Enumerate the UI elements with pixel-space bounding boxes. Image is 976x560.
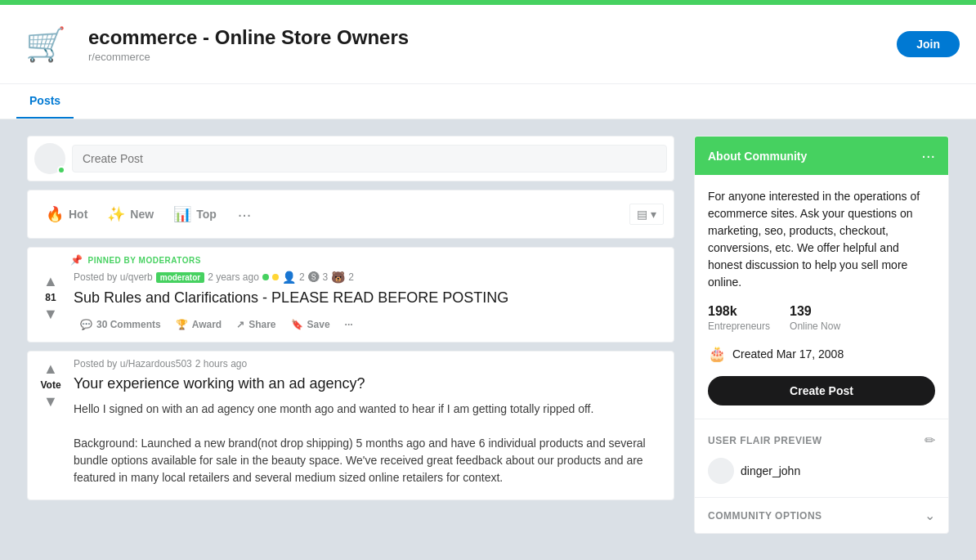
pinned-post-card: 📌 PINNED BY MODERATORS ▲ 81 ▼ Posted by … xyxy=(27,247,674,343)
user-flair-header: USER FLAIR PREVIEW ✏ xyxy=(708,432,935,448)
subreddit-name: r/ecommerce xyxy=(88,51,884,63)
community-options-title: COMMUNITY OPTIONS xyxy=(708,510,822,522)
flair-count-3: 2 xyxy=(348,271,354,283)
flair-count-2: 3 xyxy=(323,271,329,283)
new-icon: ✨ xyxy=(107,205,125,223)
user-flair-section: USER FLAIR PREVIEW ✏ dinger_john xyxy=(695,419,948,497)
post-inner-2: ▲ Vote ▼ Posted by u/Hazardous503 2 hour… xyxy=(34,358,667,492)
entrepreneurs-label: Entrepreneurs xyxy=(708,320,770,332)
create-post-box xyxy=(27,136,674,181)
flair-emoji-1: 👤 xyxy=(282,271,296,284)
chevron-down-icon: ⌄ xyxy=(925,508,935,523)
more-icon: ··· xyxy=(345,319,353,330)
upvote-button-2[interactable]: ▲ xyxy=(43,361,58,376)
top-icon: 📊 xyxy=(173,205,191,223)
flair-emoji-3: 🐻 xyxy=(331,271,345,284)
community-options[interactable]: COMMUNITY OPTIONS ⌄ xyxy=(695,497,948,533)
post-title[interactable]: Sub Rules and Clarifications - PLEASE RE… xyxy=(74,289,667,307)
about-description: For anyone interested in the operations … xyxy=(708,188,935,291)
create-post-input[interactable] xyxy=(72,145,667,172)
about-title: About Community xyxy=(708,150,807,163)
created-date: Created Mar 17, 2008 xyxy=(732,347,844,361)
sort-new-button[interactable]: ✨ New xyxy=(99,199,162,230)
share-button[interactable]: ↗ Share xyxy=(230,314,282,335)
upvote-button[interactable]: ▲ xyxy=(43,274,58,289)
flair-count-1: 2 xyxy=(299,271,305,283)
vote-column-2: ▲ Vote ▼ xyxy=(34,358,67,492)
stats-row: 198k Entrepreneurs 139 Online Now xyxy=(708,304,935,332)
about-header: About Community ··· xyxy=(695,137,948,175)
comment-icon: 💬 xyxy=(80,319,92,330)
moderator-tag: moderator xyxy=(156,272,204,283)
hot-icon: 🔥 xyxy=(46,205,64,223)
chevron-down-icon: ▾ xyxy=(651,208,656,221)
post-actions: 💬 30 Comments 🏆 Award ↗ Share 🔖 xyxy=(74,314,667,335)
flair-emoji-2: 🅢 xyxy=(308,271,320,284)
downvote-button[interactable]: ▼ xyxy=(43,307,58,321)
regular-post-card: ▲ Vote ▼ Posted by u/Hazardous503 2 hour… xyxy=(27,351,674,500)
user-avatar-small xyxy=(708,458,734,484)
about-community-card: About Community ··· For anyone intereste… xyxy=(694,136,949,534)
post-meta-2: Posted by u/Hazardous503 2 hours ago xyxy=(74,358,667,370)
post-content: Posted by u/qverb moderator 2 years ago … xyxy=(74,271,667,335)
header-info: ecommerce - Online Store Owners r/ecomme… xyxy=(88,26,884,63)
post-title-2[interactable]: Your experience working with an ad agenc… xyxy=(74,374,667,393)
sort-more-button[interactable]: ··· xyxy=(231,202,258,227)
status-dot-yellow xyxy=(272,274,279,280)
join-button[interactable]: Join xyxy=(897,31,960,57)
sidebar: About Community ··· For anyone intereste… xyxy=(694,136,949,534)
vote-text: Vote xyxy=(40,379,60,391)
created-row: 🎂 Created Mar 17, 2008 xyxy=(708,345,935,363)
sort-bar: 🔥 Hot ✨ New 📊 Top ··· ▤ ▾ xyxy=(27,190,674,239)
award-button[interactable]: 🏆 Award xyxy=(169,314,228,335)
sort-top-button[interactable]: 📊 Top xyxy=(165,199,225,230)
about-body: For anyone interested in the operations … xyxy=(695,175,948,419)
save-icon: 🔖 xyxy=(291,319,303,330)
tab-posts[interactable]: Posts xyxy=(16,84,74,119)
pinned-badge: 📌 PINNED BY MODERATORS xyxy=(34,254,667,266)
about-more-button[interactable]: ··· xyxy=(921,146,935,165)
edit-flair-icon[interactable]: ✏ xyxy=(925,432,935,448)
user-avatar xyxy=(34,143,65,174)
subreddit-icon: 🛒 xyxy=(16,15,75,74)
post-meta: Posted by u/qverb moderator 2 years ago … xyxy=(74,271,667,284)
post-content-2: Posted by u/Hazardous503 2 hours ago You… xyxy=(74,358,667,492)
post-body: Hello I signed on with an ad agency one … xyxy=(74,401,667,486)
username-display: dinger_john xyxy=(741,464,800,477)
comments-button[interactable]: 💬 30 Comments xyxy=(74,314,168,335)
user-flair-preview: dinger_john xyxy=(708,458,935,484)
online-label: Online Now xyxy=(790,320,840,332)
nav-tabs: Posts xyxy=(0,84,976,119)
feed: 🔥 Hot ✨ New 📊 Top ··· ▤ ▾ 📌 PINNED BY MO xyxy=(27,136,674,534)
status-dot-green xyxy=(262,274,269,280)
online-value: 139 xyxy=(790,304,840,319)
post-inner: ▲ 81 ▼ Posted by u/qverb moderator 2 yea… xyxy=(34,271,667,335)
share-icon: ↗ xyxy=(236,319,244,330)
pin-icon: 📌 xyxy=(70,254,83,266)
user-flair-title: USER FLAIR PREVIEW xyxy=(708,435,822,446)
main-layout: 🔥 Hot ✨ New 📊 Top ··· ▤ ▾ 📌 PINNED BY MO xyxy=(14,119,962,550)
cake-icon: 🎂 xyxy=(708,345,726,363)
save-button[interactable]: 🔖 Save xyxy=(284,314,337,335)
subreddit-title: ecommerce - Online Store Owners xyxy=(88,26,884,49)
vote-column: ▲ 81 ▼ xyxy=(34,271,67,335)
entrepreneurs-value: 198k xyxy=(708,304,770,319)
online-indicator xyxy=(57,166,65,174)
view-toggle[interactable]: ▤ ▾ xyxy=(629,204,664,225)
downvote-button-2[interactable]: ▼ xyxy=(43,394,58,409)
more-options-button[interactable]: ··· xyxy=(338,314,360,335)
entrepreneurs-stat: 198k Entrepreneurs xyxy=(708,304,770,332)
view-toggle-icon: ▤ xyxy=(637,208,647,221)
online-stat: 139 Online Now xyxy=(790,304,840,332)
header: 🛒 ecommerce - Online Store Owners r/ecom… xyxy=(0,5,976,84)
sort-hot-button[interactable]: 🔥 Hot xyxy=(38,199,96,230)
award-icon: 🏆 xyxy=(176,319,188,330)
vote-count: 81 xyxy=(45,292,56,303)
sidebar-create-post-button[interactable]: Create Post xyxy=(708,376,935,405)
